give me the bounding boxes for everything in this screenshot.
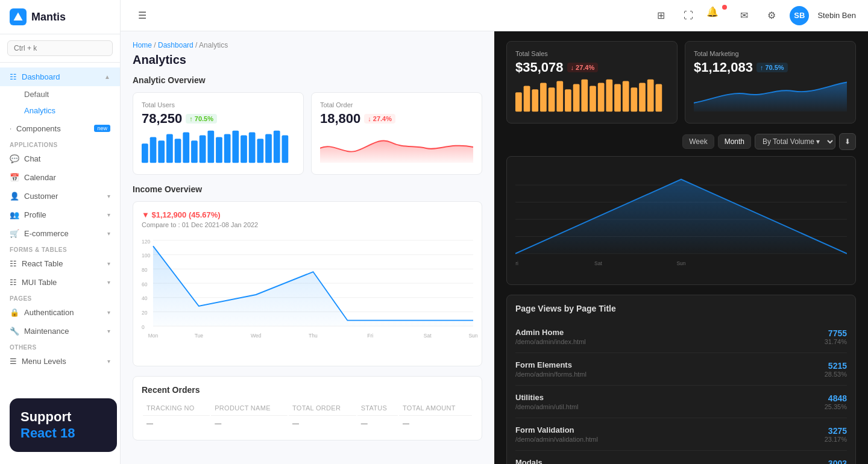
customer-icon: 👤 [10, 192, 19, 201]
topbar-right: ⊞ ⛶ 🔔 ✉ ⚙ SB Stebin Ben [651, 6, 856, 25]
svg-rect-5 [175, 139, 181, 163]
pv-pct-1: 28.53% [825, 371, 847, 378]
section-analytic-overview: Analytic Overview [133, 75, 482, 85]
support-popup[interactable]: Support React 18 [10, 398, 117, 452]
download-button[interactable]: ⬇ [839, 133, 856, 150]
topbar: ☰ ⊞ ⛶ 🔔 ✉ ⚙ SB Stebin Ben [121, 0, 868, 31]
pv-item-4: Modals /demo/admin/modals.html 3003 22.2… [515, 451, 847, 464]
sidebar-item-mui-table[interactable]: ☷ MUI Table ▾ [0, 273, 120, 292]
calendar-icon: 📅 [10, 173, 19, 182]
page-title: Analytics [133, 53, 482, 67]
col-tracking: TRACKING NO [143, 402, 210, 414]
pv-label-1: Form Elements [515, 360, 587, 369]
notification-dot [722, 5, 727, 10]
search-input[interactable] [7, 40, 113, 56]
pv-item-3: Form Validation /demo/admin/validation.h… [515, 418, 847, 451]
stat-value-users: 78,250 [142, 111, 182, 127]
stat-value-marketing: $1,12,083 [694, 60, 753, 75]
user-name: Stebin Ben [817, 11, 856, 20]
stat-badge-users: ↑ 70.5% [186, 114, 217, 124]
notification-button[interactable]: 🔔 [706, 6, 726, 25]
svg-text:Sun: Sun [676, 260, 685, 266]
sidebar-item-ecommerce[interactable]: 🛒 E-commerce ▾ [0, 224, 120, 243]
stat-card-orders: Total Order 18,800 ↓ 27.4% [311, 92, 482, 175]
svg-rect-45 [556, 81, 563, 112]
svg-rect-15 [257, 139, 263, 163]
sidebar-item-calendar[interactable]: 📅 Calendar [0, 168, 120, 187]
page-views-section: Page Views by Page Title Admin Home /dem… [506, 295, 856, 464]
stat-label-users: Total Users [142, 101, 295, 108]
svg-rect-16 [265, 134, 272, 163]
main-area: ☰ ⊞ ⛶ 🔔 ✉ ⚙ SB Stebin Ben Home / Dashboa… [121, 0, 868, 464]
income-line-chart: 120 100 80 60 40 20 0 [142, 234, 473, 355]
svg-marker-0 [14, 13, 23, 21]
breadcrumb-dashboard[interactable]: Dashboard [158, 41, 193, 49]
svg-rect-18 [282, 135, 289, 163]
svg-rect-40 [515, 92, 522, 111]
svg-text:Thu: Thu [309, 333, 318, 339]
sidebar-item-maintenance[interactable]: 🔧 Maintenance ▾ [0, 322, 120, 340]
marketing-area-chart [694, 79, 847, 112]
week-button[interactable]: Week [682, 134, 714, 149]
col-product: PRODUCT NAME [211, 402, 288, 414]
svg-rect-7 [191, 140, 198, 163]
pv-count-3: 3275 [825, 426, 847, 436]
messages-icon[interactable]: ✉ [734, 6, 753, 25]
svg-rect-13 [241, 135, 247, 163]
svg-text:Fri: Fri [367, 333, 373, 339]
dark-income-chart: Fri Sat Sun [506, 156, 856, 285]
down-arrow-icon: ↓ [368, 115, 371, 122]
stats-grid-light: Total Users 78,250 ↑ 70.5% [133, 92, 482, 175]
sidebar-item-chat[interactable]: 💬 Chat [0, 149, 120, 168]
breadcrumb: Home / Dashboard / Analytics [133, 41, 482, 49]
income-card: ▼ $1,12,900 (45.67%) Compare to : 01 Dec… [133, 201, 482, 366]
svg-text:Fri: Fri [515, 260, 518, 266]
dashboard-icon: ☷ [10, 72, 17, 81]
nav-group-others: Others [0, 340, 120, 352]
sidebar-item-customer[interactable]: 👤 Customer ▾ [0, 187, 120, 205]
pv-url-3: /demo/admin/validation.html [515, 436, 598, 443]
stat-badge-sales: ↓ 27.4% [567, 63, 599, 72]
fullscreen-icon[interactable]: ⛶ [679, 6, 698, 25]
pv-list: Admin Home /demo/admin/index.html 7755 3… [515, 321, 847, 464]
orders-area-chart [320, 130, 473, 163]
income-controls: Week Month By Total Volume ▾ ⬇ [506, 133, 856, 150]
auth-icon: 🔒 [10, 308, 19, 317]
menu-toggle-button[interactable]: ☰ [133, 6, 152, 25]
sidebar-nav: ☷ Dashboard ▲ Default Analytics ⸱ Compon… [0, 63, 120, 375]
sidebar-item-authentication[interactable]: 🔒 Authentication ▾ [0, 303, 120, 322]
apps-icon[interactable]: ⊞ [651, 6, 670, 25]
sidebar-search-area [0, 34, 120, 63]
stat-value-sales: $35,078 [515, 60, 564, 75]
svg-rect-41 [524, 86, 530, 111]
sidebar-item-default[interactable]: Default [0, 86, 120, 102]
dark-line-chart: Fri Sat Sun [515, 165, 847, 274]
sidebar-item-analytics[interactable]: Analytics [0, 102, 120, 119]
svg-rect-46 [565, 89, 571, 111]
svg-rect-4 [166, 134, 173, 163]
menu-icon: ☰ [10, 357, 17, 366]
sidebar-item-profile[interactable]: 👥 Profile ▾ [0, 205, 120, 224]
stats-grid-dark: Total Sales $35,078 ↓ 27.4% [506, 41, 856, 124]
sidebar-item-react-table[interactable]: ☷ React Table ▾ [0, 254, 120, 273]
svg-text:Wed: Wed [251, 333, 262, 339]
pv-url-1: /demo/admin/forms.html [515, 371, 587, 378]
logo-icon [10, 8, 27, 25]
sidebar-item-menu-levels[interactable]: ☰ Menu Levels ▾ [0, 352, 120, 371]
support-subtitle: React 18 [20, 425, 106, 441]
svg-text:Tue: Tue [195, 333, 204, 339]
sidebar-item-components[interactable]: ⸱ Components new [0, 119, 120, 138]
pv-url-0: /demo/admin/index.html [515, 338, 586, 345]
app-name: Mantis [31, 11, 66, 24]
svg-text:0: 0 [142, 324, 145, 330]
volume-select[interactable]: By Total Volume ▾ [755, 134, 835, 149]
month-button[interactable]: Month [718, 134, 751, 149]
nav-group-applications: Applications [0, 138, 120, 149]
sidebar-item-dashboard[interactable]: ☷ Dashboard ▲ [0, 67, 120, 86]
sidebar-label-dashboard: Dashboard [22, 72, 60, 81]
stat-badge-marketing: ↑ 70.5% [756, 63, 788, 72]
svg-rect-43 [540, 83, 547, 111]
settings-icon[interactable]: ⚙ [762, 6, 781, 25]
breadcrumb-home[interactable]: Home [133, 41, 152, 49]
svg-text:Sat: Sat [424, 333, 432, 339]
